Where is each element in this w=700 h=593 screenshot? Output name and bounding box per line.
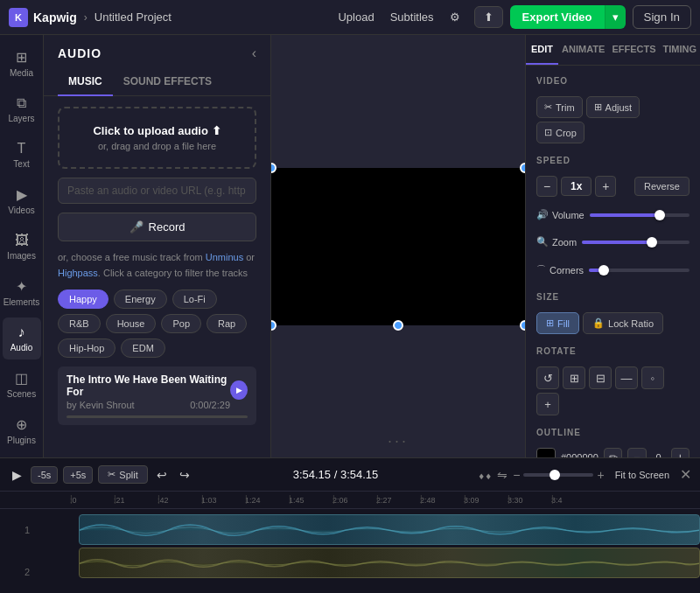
ruler-mark: 3:30 [508,496,551,505]
trim-button[interactable]: ✂ Trim [536,96,583,118]
tag-energy[interactable]: Energy [114,290,167,309]
split-button[interactable]: ✂ Split [98,465,147,484]
export-dropdown-button[interactable]: ▾ [605,5,626,29]
share-button[interactable]: ⬆ [474,6,503,28]
timeline-ruler: :0 :21 :42 1:03 1:24 1:45 2:06 2:27 2:48… [0,492,700,509]
panel-collapse-button[interactable]: ‹ [252,45,256,61]
sidebar-item-images[interactable]: 🖼 Images [3,226,41,268]
track-meta: by Kevin Shrout 0:00/2:29 [66,400,230,410]
skip-forward-button[interactable]: +5s [63,466,93,484]
reverse-button[interactable]: Reverse [634,177,690,196]
split-icon: ✂ [108,469,116,480]
adjust-icon: ⊞ [594,101,602,113]
record-button[interactable]: 🎤 Record [58,213,256,241]
tag-house[interactable]: House [106,314,157,333]
outline-color-swatch[interactable] [536,448,556,457]
video-canvas[interactable] [271,168,525,325]
sidebar-item-plugins[interactable]: ⊕ Plugins [3,409,41,452]
tag-pop[interactable]: Pop [161,314,201,333]
zoom-in-button[interactable]: + [597,468,604,482]
outline-minus-button[interactable]: − [627,448,646,457]
zoom-out-button[interactable]: − [513,468,520,482]
tag-hiphop[interactable]: Hip-Hop [58,338,116,358]
tag-happy[interactable]: Happy [58,290,108,309]
right-tabs: EDIT ANIMATE EFFECTS TIMING [526,35,700,66]
outline-pencil-button[interactable]: ✏ [604,448,622,457]
skip-back-button[interactable]: -5s [31,466,58,484]
rotate-flip-button[interactable]: ⊟ [589,366,612,389]
speed-increase-button[interactable]: + [595,176,616,197]
speed-decrease-button[interactable]: − [536,176,557,197]
zoom-thumb[interactable] [647,237,657,248]
volume-icon: 🔊 [536,209,549,220]
size-buttons: ⊞ Fill 🔒 Lock Ratio [536,312,690,334]
sidebar-item-audio[interactable]: ♪ Audio [3,317,41,359]
sidebar-item-text[interactable]: T Text [3,134,41,176]
tag-rnb[interactable]: R&B [58,314,101,333]
signin-button[interactable]: Sign In [633,5,692,29]
rotate-minus-button[interactable]: — [615,366,638,389]
tag-lofi[interactable]: Lo-Fi [172,290,217,309]
subtitles-link[interactable]: Subtitles [390,10,434,24]
unminus-link[interactable]: Unminus [206,252,243,262]
tag-rap[interactable]: Rap [206,314,247,333]
handle-top-right[interactable] [520,163,525,173]
settings-icon[interactable]: ⚙ [450,10,460,24]
play-button[interactable]: ▶ [9,466,25,484]
lock-ratio-button[interactable]: 🔒 Lock Ratio [583,312,663,334]
export-btn-group: Export Video ▾ [510,5,626,29]
volume-slider[interactable] [590,213,690,217]
fit-to-screen-button[interactable]: Fit to Screen [610,467,675,483]
ruler-marks: :0 :21 :42 1:03 1:24 1:45 2:06 2:27 2:48… [70,496,656,505]
outline-plus-button[interactable]: + [671,448,690,457]
rotate-degree-button[interactable]: ◦ [641,366,664,389]
rotate-ccw-button[interactable]: ↺ [536,366,559,389]
url-input[interactable] [58,178,256,204]
highpass-link[interactable]: Highpass [58,268,98,278]
sidebar-item-layers[interactable]: ⧉ Layers [3,88,41,130]
project-name[interactable]: Untitled Project [94,10,172,24]
brand-name: Kapwig [33,10,77,24]
sidebar-item-videos[interactable]: ▶ Videos [3,179,41,222]
tab-edit[interactable]: EDIT [526,35,558,65]
tag-edm[interactable]: EDM [121,338,164,358]
handle-bottom-right[interactable] [520,320,525,331]
music-info: or, choose a free music track from Unmin… [58,250,256,281]
tab-sound-effects[interactable]: SOUND EFFECTS [113,68,222,96]
zoom-slider[interactable] [582,241,690,244]
track-content-1[interactable] [79,514,700,545]
track-play-button[interactable]: ▶ [230,380,248,400]
sidebar-item-elements[interactable]: ✦ Elements [3,271,41,314]
upload-link[interactable]: Upload [338,10,374,24]
tab-music[interactable]: MUSIC [58,68,113,96]
redo-button[interactable]: ↪ [176,466,193,484]
app-logo[interactable]: K Kapwig [9,8,77,27]
sidebar-item-scenes[interactable]: ◫ Scenes [3,363,41,406]
rotate-label: ROTATE [536,346,690,356]
handle-bottom-middle[interactable] [393,320,403,331]
bottom-area: ▶ -5s +5s ✂ Split ↩ ↪ 3:54.15 / 3:54.15 … [0,457,700,593]
export-button[interactable]: Export Video [510,5,605,29]
sidebar-item-media[interactable]: ⊞ Media [3,42,41,85]
tab-effects[interactable]: EFFECTS [608,35,659,65]
close-timeline-button[interactable]: ✕ [680,466,691,483]
track-content-2[interactable] [79,548,700,578]
track-item[interactable]: The Intro We Have Been Waiting For by Ke… [58,366,256,425]
undo-button[interactable]: ↩ [153,466,171,484]
upload-box[interactable]: Click to upload audio ⬆ or, drag and dro… [58,107,256,169]
tab-animate[interactable]: ANIMATE [558,35,608,65]
zoom-slider[interactable] [523,473,593,477]
ruler-mark: 2:48 [420,496,464,505]
corners-thumb[interactable] [598,265,609,276]
ruler-mark: :21 [114,496,158,505]
zoom-thumb[interactable] [550,470,560,480]
volume-thumb[interactable] [654,210,665,220]
rotate-plus-button[interactable]: + [536,393,559,415]
corners-slider[interactable] [589,269,690,272]
fill-button[interactable]: ⊞ Fill [536,312,579,334]
rotate-grid-button[interactable]: ⊞ [563,366,585,389]
main-layout: ⊞ Media ⧉ Layers T Text ▶ Videos 🖼 Image… [0,35,700,457]
tab-timing[interactable]: TIMING [660,35,701,65]
crop-button[interactable]: ⊡ Crop [536,122,584,143]
adjust-button[interactable]: ⊞ Adjust [586,96,640,118]
